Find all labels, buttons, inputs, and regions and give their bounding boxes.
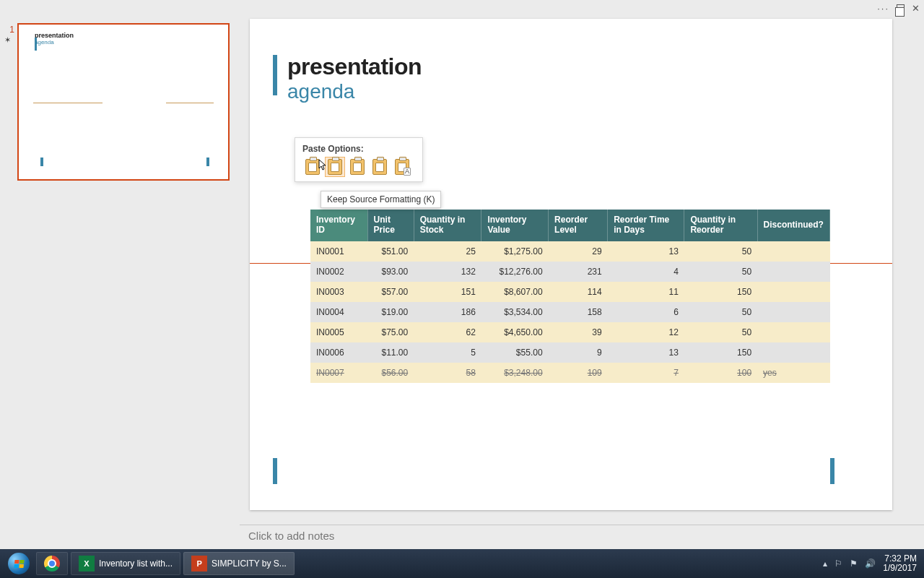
table-cell[interactable]: 186	[414, 302, 481, 322]
table-cell[interactable]: IN0004	[310, 302, 367, 322]
table-cell[interactable]: 231	[549, 262, 608, 282]
taskbar-chrome[interactable]	[36, 552, 68, 575]
paste-option-text-only[interactable]: A	[392, 157, 412, 177]
close-window-icon[interactable]: ✕	[912, 3, 920, 14]
paste-option-keep-source-formatting[interactable]	[325, 157, 345, 177]
column-header[interactable]: Inventory ID	[310, 210, 367, 241]
tray-chevron-up-icon[interactable]: ▴	[823, 558, 827, 569]
table-cell[interactable]: $56.00	[367, 363, 414, 383]
column-header[interactable]: Reorder Time in Days	[608, 210, 684, 241]
table-cell[interactable]: 158	[549, 302, 608, 322]
table-cell[interactable]: 150	[684, 342, 757, 363]
windows-taskbar: X Inventory list with... P SIMPLICITY by…	[0, 549, 924, 578]
thumbnail-index: 1	[4, 23, 14, 35]
table-cell[interactable]: $1,275.00	[481, 241, 549, 262]
column-header[interactable]: Reorder Level	[549, 210, 608, 241]
table-cell[interactable]: 29	[549, 241, 608, 262]
taskbar-excel[interactable]: X Inventory list with...	[71, 552, 180, 575]
slide-thumbnail-panel[interactable]: 1 ✶ presentation agenda	[0, 17, 240, 549]
table-cell[interactable]: 11	[608, 282, 684, 302]
table-cell[interactable]: IN0005	[310, 322, 367, 342]
animation-star-icon: ✶	[4, 35, 14, 45]
table-cell[interactable]: $51.00	[367, 241, 414, 262]
table-cell[interactable]: $12,276.00	[481, 262, 549, 282]
table-cell[interactable]: 109	[549, 363, 608, 383]
slide-thumbnail-1[interactable]: presentation agenda	[17, 23, 230, 181]
column-header[interactable]: Quantity in Stock	[414, 210, 481, 241]
table-cell[interactable]: IN0007	[310, 363, 367, 383]
start-button[interactable]	[4, 549, 33, 578]
table-cell[interactable]: $57.00	[367, 282, 414, 302]
table-cell[interactable]: yes	[757, 363, 829, 383]
table-cell[interactable]	[757, 322, 829, 342]
restore-window-icon[interactable]	[897, 4, 905, 12]
table-row[interactable]: IN0007$56.0058$3,248.001097100yes	[310, 363, 830, 383]
table-cell[interactable]: IN0002	[310, 262, 367, 282]
tray-volume-icon[interactable]: 🔊	[865, 558, 876, 569]
table-cell[interactable]: 25	[414, 241, 481, 262]
table-cell[interactable]: $75.00	[367, 322, 414, 342]
table-cell[interactable]: $93.00	[367, 262, 414, 282]
table-cell[interactable]	[757, 241, 829, 262]
table-cell[interactable]	[757, 262, 829, 282]
table-cell[interactable]: $8,607.00	[481, 282, 549, 302]
table-cell[interactable]: 50	[684, 241, 757, 262]
table-cell[interactable]: $11.00	[367, 342, 414, 363]
table-cell[interactable]: $19.00	[367, 302, 414, 322]
table-cell[interactable]: 4	[608, 262, 684, 282]
column-header[interactable]: Discontinued?	[757, 210, 829, 241]
tray-action-center-icon[interactable]: ⚐	[834, 558, 842, 569]
table-cell[interactable]: 39	[549, 322, 608, 342]
table-row[interactable]: IN0002$93.00132$12,276.00231450	[310, 262, 830, 282]
table-cell[interactable]: $55.00	[481, 342, 549, 363]
table-cell[interactable]: 132	[414, 262, 481, 282]
table-row[interactable]: IN0003$57.00151$8,607.0011411150	[310, 282, 830, 302]
taskbar-powerpoint[interactable]: P SIMPLICITY by S...	[183, 552, 295, 575]
table-cell[interactable]: 50	[684, 322, 757, 342]
table-cell[interactable]: IN0006	[310, 342, 367, 363]
tray-flag-icon[interactable]: ⚑	[850, 558, 858, 569]
table-cell[interactable]: 50	[684, 262, 757, 282]
table-cell[interactable]	[757, 302, 829, 322]
column-header[interactable]: Inventory Value	[481, 210, 549, 241]
slide-subtitle[interactable]: agenda	[287, 80, 866, 103]
table-cell[interactable]: 151	[414, 282, 481, 302]
table-cell[interactable]: IN0001	[310, 241, 367, 262]
ribbon-options-icon[interactable]: ···	[877, 3, 889, 14]
table-cell[interactable]: 100	[684, 363, 757, 383]
table-cell[interactable]: $3,534.00	[481, 302, 549, 322]
paste-option-picture[interactable]	[370, 157, 390, 177]
table-cell[interactable]: $4,650.00	[481, 322, 549, 342]
table-cell[interactable]: 114	[549, 282, 608, 302]
table-row[interactable]: IN0004$19.00186$3,534.00158650	[310, 302, 830, 322]
table-cell[interactable]: 13	[608, 241, 684, 262]
table-row[interactable]: IN0001$51.0025$1,275.00291350	[310, 241, 830, 262]
table-cell[interactable]: 9	[549, 342, 608, 363]
paste-option-embed[interactable]	[347, 157, 367, 177]
table-cell[interactable]: 5	[414, 342, 481, 363]
table-cell[interactable]: 6	[608, 302, 684, 322]
table-cell[interactable]: 150	[684, 282, 757, 302]
table-row[interactable]: IN0005$75.0062$4,650.00391250	[310, 322, 830, 342]
table-cell[interactable]: 7	[608, 363, 684, 383]
table-cell[interactable]: 58	[414, 363, 481, 383]
slide-canvas[interactable]: presentation agenda Paste Options: A Kee…	[250, 19, 892, 510]
tray-clock[interactable]: 7:32 PM 1/9/2017	[883, 554, 917, 573]
table-cell[interactable]: 50	[684, 302, 757, 322]
system-tray[interactable]: ▴ ⚐ ⚑ 🔊 7:32 PM 1/9/2017	[823, 554, 920, 573]
table-cell[interactable]: 62	[414, 322, 481, 342]
table-cell[interactable]	[757, 282, 829, 302]
table-cell[interactable]: IN0003	[310, 282, 367, 302]
slide-title[interactable]: presentation	[287, 53, 866, 80]
column-header[interactable]: Unit Price	[367, 210, 414, 241]
table-cell[interactable]: $3,248.00	[481, 363, 549, 383]
column-header[interactable]: Quantity in Reorder	[684, 210, 757, 241]
table-cell[interactable]	[757, 342, 829, 363]
inventory-table[interactable]: Inventory IDUnit PriceQuantity in StockI…	[310, 210, 830, 383]
table-row[interactable]: IN0006$11.005$55.00913150	[310, 342, 830, 363]
table-cell[interactable]: 12	[608, 322, 684, 342]
table-cell[interactable]: 13	[608, 342, 684, 363]
tray-date: 1/9/2017	[883, 564, 917, 573]
paste-option-use-destination-theme[interactable]	[302, 157, 323, 177]
notes-pane[interactable]: Click to add notes	[240, 525, 924, 549]
